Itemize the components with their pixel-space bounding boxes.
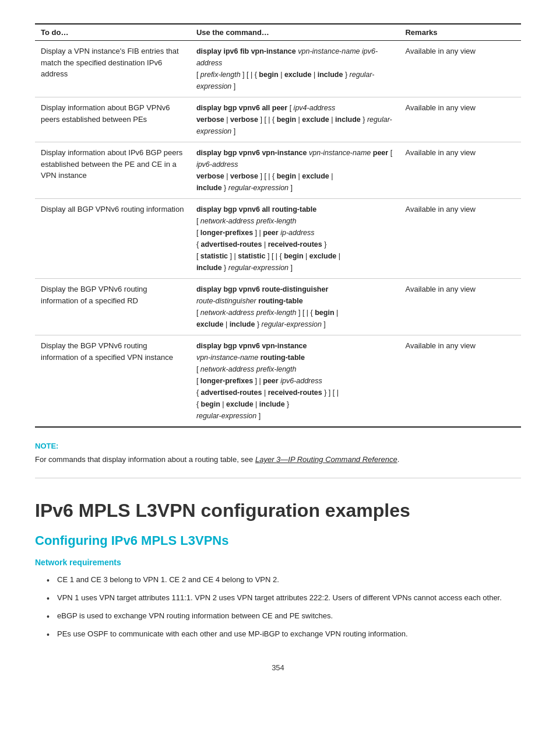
table-row: Display the BGP VPNv6 routing informatio… bbox=[35, 279, 521, 335]
network-requirements-list: CE 1 and CE 3 belong to VPN 1. CE 2 and … bbox=[47, 574, 521, 640]
cell-todo: Display a VPN instance's FIB entries tha… bbox=[35, 41, 191, 97]
table-row: Display information about BGP VPNv6 peer… bbox=[35, 97, 521, 142]
cell-remarks: Available in any view bbox=[399, 199, 521, 279]
cell-command: display bgp vpnv6 vpn-instance vpn-insta… bbox=[191, 142, 400, 199]
col-header-command: Use the command… bbox=[191, 24, 400, 41]
note-reference: Layer 3—IP Routing Command Reference bbox=[255, 455, 397, 464]
list-item: CE 1 and CE 3 belong to VPN 1. CE 2 and … bbox=[47, 574, 521, 586]
note-label: NOTE: bbox=[35, 442, 521, 450]
subsection-title: Network requirements bbox=[35, 558, 521, 567]
page-number: 354 bbox=[35, 663, 521, 672]
cell-command: display bgp vpnv6 vpn-instance vpn-insta… bbox=[191, 335, 400, 428]
cell-todo: Display information about BGP VPNv6 peer… bbox=[35, 97, 191, 142]
cell-command: display bgp vpnv6 all routing-table [ ne… bbox=[191, 199, 400, 279]
list-item: PEs use OSPF to communicate with each ot… bbox=[47, 628, 521, 640]
cell-remarks: Available in any view bbox=[399, 97, 521, 142]
cell-todo: Display information about IPv6 BGP peers… bbox=[35, 142, 191, 199]
cell-remarks: Available in any view bbox=[399, 142, 521, 199]
commands-table: To do… Use the command… Remarks Display … bbox=[35, 23, 521, 428]
cell-todo: Display all BGP VPNv6 routing informatio… bbox=[35, 199, 191, 279]
chapter-title: IPv6 MPLS L3VPN configuration examples bbox=[35, 499, 521, 522]
cell-command: display ipv6 fib vpn-instance vpn-instan… bbox=[191, 41, 400, 97]
cell-remarks: Available in any view bbox=[399, 335, 521, 428]
table-row: Display all BGP VPNv6 routing informatio… bbox=[35, 199, 521, 279]
list-item: VPN 1 uses VPN target attributes 111:1. … bbox=[47, 592, 521, 604]
col-header-todo: To do… bbox=[35, 24, 191, 41]
cell-command: display bgp vpnv6 all peer [ ipv4-addres… bbox=[191, 97, 400, 142]
table-row: Display information about IPv6 BGP peers… bbox=[35, 142, 521, 199]
section-title: Configuring IPv6 MPLS L3VPNs bbox=[35, 533, 521, 548]
table-row: Display the BGP VPNv6 routing informatio… bbox=[35, 335, 521, 428]
list-item: eBGP is used to exchange VPN routing inf… bbox=[47, 610, 521, 622]
table-row: Display a VPN instance's FIB entries tha… bbox=[35, 41, 521, 97]
cell-remarks: Available in any view bbox=[399, 41, 521, 97]
cell-todo: Display the BGP VPNv6 routing informatio… bbox=[35, 279, 191, 335]
note-text: For commands that display information ab… bbox=[35, 454, 521, 466]
cell-command: display bgp vpnv6 route-distinguisher ro… bbox=[191, 279, 400, 335]
col-header-remarks: Remarks bbox=[399, 24, 521, 41]
cell-todo: Display the BGP VPNv6 routing informatio… bbox=[35, 335, 191, 428]
note-section: NOTE: For commands that display informat… bbox=[35, 442, 521, 478]
cell-remarks: Available in any view bbox=[399, 279, 521, 335]
